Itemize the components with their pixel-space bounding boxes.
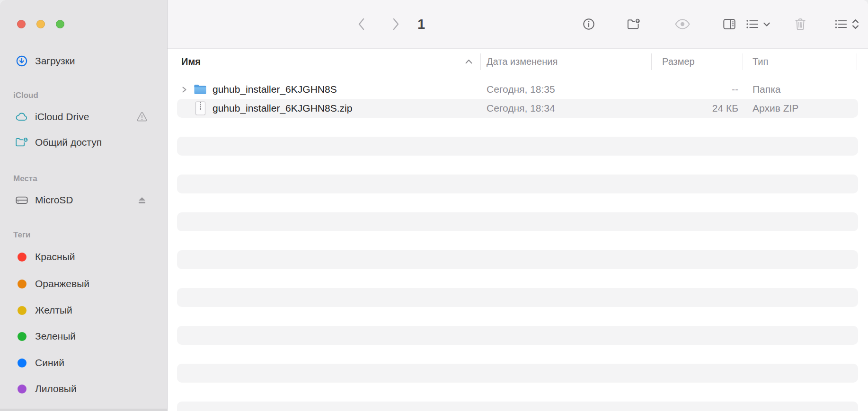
group-list-icon (834, 18, 848, 30)
column-divider[interactable] (857, 53, 857, 70)
back-button[interactable] (356, 17, 367, 31)
trash-button[interactable] (794, 17, 806, 31)
sidebar-item-tag-orange[interactable]: Оранжевый (5, 274, 162, 294)
shared-folder-icon (15, 136, 28, 149)
sidebar-item-label: Зеленый (35, 326, 76, 346)
minimize-button[interactable] (36, 20, 45, 28)
tag-color-dot (15, 250, 28, 263)
sort-ascending-icon (465, 58, 473, 66)
column-divider[interactable] (480, 53, 481, 70)
column-divider[interactable] (651, 53, 652, 70)
empty-row (168, 250, 868, 269)
empty-row (168, 364, 868, 383)
tag-color-dot (15, 382, 28, 395)
file-row[interactable]: guhub_installer_6KJGHN8S.zipСегодня, 18:… (168, 99, 868, 118)
column-header-name[interactable]: Имя (181, 49, 201, 75)
column-header-date-modified[interactable]: Дата изменения (487, 49, 558, 75)
sidebar-item-label: Красный (35, 247, 75, 267)
preview-panel-icon (723, 18, 736, 30)
file-size: -- (651, 80, 738, 99)
chevron-down-icon (762, 20, 771, 28)
empty-row (168, 326, 868, 345)
empty-row (168, 137, 868, 156)
file-list: Имя Дата изменения Размер Тип guhub_inst… (168, 49, 868, 411)
up-down-chevrons-icon (851, 18, 860, 30)
empty-row (168, 212, 868, 231)
tag-color-dot (15, 277, 28, 290)
forward-icon (390, 17, 401, 31)
sidebar-item-microsd[interactable]: MicroSD (5, 190, 162, 210)
sidebar-bottom-shade (0, 409, 167, 411)
file-date-modified: Сегодня, 18:35 (487, 80, 555, 99)
toolbar: 1 (168, 0, 868, 49)
preview-panel-button[interactable] (723, 18, 736, 30)
sidebar-toolbar-divider (0, 48, 167, 48)
disclosure-chevron-icon[interactable] (181, 86, 187, 95)
back-icon (356, 17, 367, 31)
info-icon (582, 17, 595, 31)
warning-icon[interactable] (136, 111, 148, 123)
get-info-button[interactable] (582, 17, 595, 31)
empty-row (168, 118, 868, 137)
folder-icon (193, 80, 207, 99)
window-title: 1 (417, 17, 425, 32)
sidebar-section-places: Места (13, 173, 37, 184)
file-kind: Папка (753, 80, 780, 99)
tag-color-dot (15, 356, 28, 369)
cloud-icon (15, 110, 28, 123)
sidebar-section-icloud: iCloud (13, 90, 38, 101)
file-date-modified: Сегодня, 18:34 (487, 99, 555, 118)
hard-drive-icon (15, 193, 28, 207)
new-folder-icon (627, 17, 641, 31)
column-header-size[interactable]: Размер (662, 49, 695, 75)
empty-row (168, 193, 868, 212)
empty-row (168, 269, 868, 288)
sidebar-item-tag-red[interactable]: Красный (5, 247, 162, 267)
list-view-menu-button[interactable] (745, 18, 771, 30)
column-divider[interactable] (743, 53, 743, 70)
list-column-headers: Имя Дата изменения Размер Тип (168, 49, 868, 75)
sidebar-item-label: Оранжевый (35, 274, 89, 294)
empty-row (168, 288, 868, 307)
sidebar-item-label: Желтый (35, 300, 72, 320)
empty-row (168, 383, 868, 402)
eject-icon[interactable] (136, 194, 148, 206)
sidebar-item-label: MicroSD (35, 190, 73, 210)
sidebar-item-label: Синий (35, 353, 64, 373)
quick-look-button[interactable] (674, 17, 691, 31)
empty-row (168, 175, 868, 193)
sidebar-item-label: Лиловый (35, 379, 77, 399)
empty-row (168, 402, 868, 411)
sidebar-section-tags: Теги (13, 229, 31, 241)
empty-row (168, 231, 868, 250)
sidebar-item-tag-purple[interactable]: Лиловый (5, 379, 162, 399)
tag-color-dot (15, 304, 28, 317)
column-header-kind[interactable]: Тип (753, 49, 768, 75)
new-folder-button[interactable] (627, 17, 641, 31)
close-button[interactable] (17, 20, 26, 28)
sidebar-item-icloud-drive[interactable]: iCloud Drive (5, 107, 162, 127)
empty-row (168, 307, 868, 326)
sidebar-item-label: Загрузки (35, 51, 75, 71)
sidebar-item-label: Общий доступ (35, 132, 102, 152)
sidebar-item-shared[interactable]: Общий доступ (5, 132, 162, 152)
sort-menu-button[interactable] (834, 18, 860, 30)
quick-look-eye-icon (674, 17, 691, 31)
sidebar-item-label: iCloud Drive (35, 107, 89, 127)
forward-button[interactable] (390, 17, 401, 31)
finder-window: ЗагрузкиiCloudiCloud DriveОбщий доступМе… (0, 0, 868, 411)
traffic-lights (17, 20, 64, 28)
zoom-button[interactable] (56, 20, 64, 28)
download-circle-icon (15, 54, 28, 68)
sidebar-item-downloads[interactable]: Загрузки (5, 51, 162, 71)
sidebar-item-tag-green[interactable]: Зеленый (5, 326, 162, 346)
file-row[interactable]: guhub_installer_6KJGHN8SСегодня, 18:35--… (168, 80, 868, 99)
empty-row (168, 345, 868, 364)
sidebar-item-tag-yellow[interactable]: Желтый (5, 300, 162, 320)
trash-icon (794, 17, 806, 31)
empty-row (168, 156, 868, 175)
tag-color-dot (15, 330, 28, 343)
sidebar: ЗагрузкиiCloudiCloud DriveОбщий доступМе… (0, 0, 168, 411)
sidebar-item-tag-blue[interactable]: Синий (5, 353, 162, 373)
file-kind: Архив ZIP (753, 99, 798, 118)
